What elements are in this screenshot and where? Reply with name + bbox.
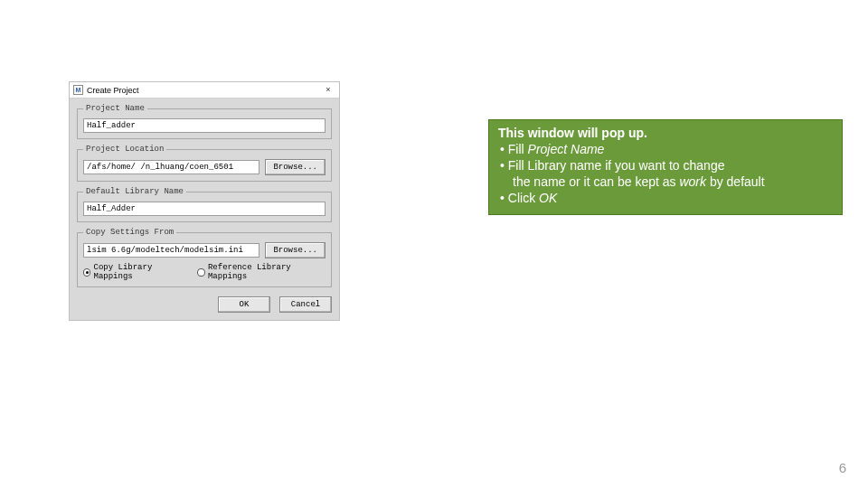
callout-bullet-1: Fill Project Name	[498, 142, 833, 158]
radio-dot-icon	[83, 268, 90, 277]
callout-b2-a: the name or it can be kept as	[513, 174, 679, 189]
browse-settings-button[interactable]: Browse...	[265, 242, 326, 258]
instruction-callout: This window will pop up. Fill Project Na…	[488, 119, 843, 215]
group-copy-settings-legend: Copy Settings From	[83, 228, 176, 237]
cancel-button[interactable]: Cancel	[279, 296, 332, 313]
project-location-input[interactable]: /afs/home/ /n_lhuang/coen_6501	[83, 160, 259, 174]
callout-bullet-2-cont: the name or it can be kept as work by de…	[498, 174, 833, 191]
group-default-library: Default Library Name Half_Adder	[77, 187, 332, 222]
callout-bullet-2: Fill Library name if you want to change	[498, 158, 833, 174]
dialog-body: Project Name Half_adder Project Location…	[70, 99, 339, 320]
default-library-input[interactable]: Half_Adder	[83, 202, 326, 216]
group-copy-settings: Copy Settings From lsim 6.6g/modeltech/m…	[77, 228, 332, 287]
page-number: 6	[839, 460, 846, 475]
callout-b2-em: work	[679, 174, 706, 189]
group-project-location-legend: Project Location	[83, 145, 166, 154]
browse-location-button[interactable]: Browse...	[265, 159, 326, 175]
callout-b1-em: Project Name	[528, 142, 605, 156]
create-project-dialog: M Create Project × Project Name Half_add…	[69, 81, 340, 321]
dialog-titlebar: M Create Project ×	[70, 82, 339, 99]
callout-b2-b: by default	[706, 174, 765, 189]
radio-copy-label: Copy Library Mappings	[93, 263, 188, 281]
callout-b3-em: OK	[539, 191, 557, 205]
callout-bullet-3: Click OK	[498, 191, 833, 207]
ok-button[interactable]: OK	[218, 296, 270, 313]
dialog-button-row: OK Cancel	[77, 293, 332, 313]
callout-b1-prefix: Fill	[508, 142, 528, 156]
dialog-title: Create Project	[87, 86, 139, 95]
copy-settings-path-input[interactable]: lsim 6.6g/modeltech/modelsim.ini	[83, 243, 259, 258]
radio-dot-icon	[197, 268, 204, 277]
radio-copy-mappings[interactable]: Copy Library Mappings	[83, 263, 188, 281]
project-name-input[interactable]: Half_adder	[83, 118, 326, 133]
app-icon: M	[73, 85, 83, 95]
radio-ref-label: Reference Library Mappings	[208, 263, 326, 281]
group-project-location: Project Location /afs/home/ /n_lhuang/co…	[77, 145, 332, 182]
close-icon[interactable]: ×	[321, 83, 335, 96]
radio-reference-mappings[interactable]: Reference Library Mappings	[197, 263, 326, 281]
callout-heading: This window will pop up.	[498, 126, 833, 142]
group-project-name: Project Name Half_adder	[77, 104, 332, 139]
group-project-name-legend: Project Name	[83, 104, 147, 113]
group-default-library-legend: Default Library Name	[83, 187, 186, 196]
callout-b3-prefix: Click	[508, 191, 539, 205]
